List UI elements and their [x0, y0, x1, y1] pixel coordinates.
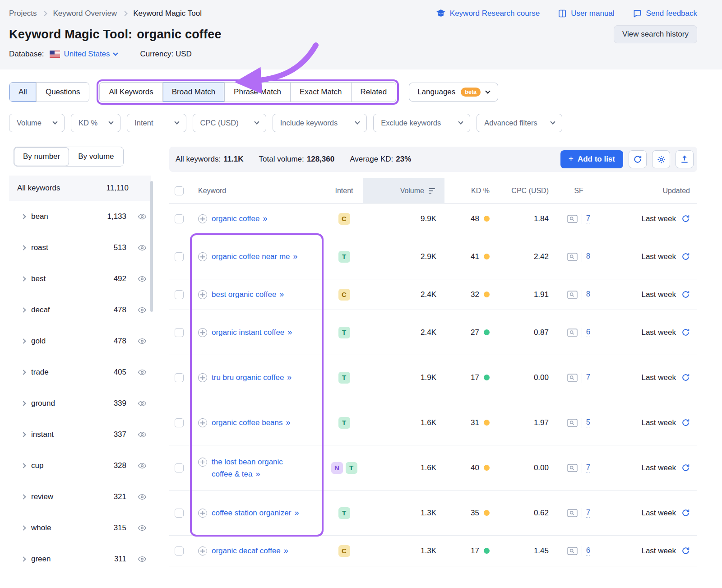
row-checkbox[interactable]: [175, 418, 184, 427]
tab-broad-match[interactable]: Broad Match: [162, 83, 224, 102]
add-keyword-icon[interactable]: [198, 546, 207, 556]
tab-related[interactable]: Related: [351, 83, 396, 102]
sidebar-group-item[interactable]: ground 339: [9, 388, 151, 419]
serp-preview-icon[interactable]: [567, 329, 578, 337]
tab-all-keywords[interactable]: All Keywords: [100, 83, 162, 102]
row-checkbox[interactable]: [175, 463, 184, 472]
serp-preview-icon[interactable]: [567, 374, 578, 382]
database-select[interactable]: United States: [64, 50, 117, 59]
serp-preview-icon[interactable]: [567, 464, 578, 472]
keyword-link[interactable]: coffee station organizer: [212, 509, 291, 517]
open-keyword-chevrons-icon[interactable]: »: [284, 546, 288, 555]
refresh-icon[interactable]: [681, 214, 690, 223]
open-keyword-chevrons-icon[interactable]: »: [286, 418, 290, 427]
add-keyword-icon[interactable]: [198, 328, 207, 337]
open-keyword-chevrons-icon[interactable]: »: [279, 290, 283, 299]
column-keyword[interactable]: Keyword: [192, 187, 325, 195]
sf-count[interactable]: 5: [586, 418, 590, 427]
sidebar-group-item[interactable]: trade 405: [9, 357, 151, 388]
expand-chevron-icon[interactable]: [21, 401, 26, 406]
column-intent[interactable]: Intent: [325, 187, 363, 195]
eye-icon[interactable]: [138, 493, 147, 500]
sidebar-group-item[interactable]: gold 478: [9, 325, 151, 357]
sf-count[interactable]: 7: [586, 214, 590, 223]
row-checkbox[interactable]: [175, 214, 184, 223]
tab-questions[interactable]: Questions: [36, 83, 89, 102]
sf-count[interactable]: 7: [586, 373, 590, 382]
kd-filter-dropdown[interactable]: KD %: [71, 114, 120, 132]
row-checkbox[interactable]: [175, 328, 184, 337]
row-checkbox[interactable]: [175, 373, 184, 382]
keyword-link[interactable]: the lost bean organic coffee & tea: [212, 458, 283, 478]
intent-filter-dropdown[interactable]: Intent: [127, 114, 186, 132]
languages-dropdown[interactable]: Languages beta: [409, 83, 498, 102]
eye-icon[interactable]: [138, 213, 147, 220]
tab-exact-match[interactable]: Exact Match: [290, 83, 351, 102]
refresh-button[interactable]: [629, 150, 647, 168]
add-keyword-icon[interactable]: [198, 458, 207, 467]
keyword-link[interactable]: organic decaf coffee: [212, 546, 281, 555]
refresh-icon[interactable]: [681, 509, 690, 517]
row-checkbox[interactable]: [175, 290, 184, 299]
expand-chevron-icon[interactable]: [21, 276, 26, 281]
expand-chevron-icon[interactable]: [21, 307, 26, 312]
refresh-icon[interactable]: [681, 373, 690, 382]
refresh-icon[interactable]: [681, 418, 690, 427]
keyword-link[interactable]: organic coffee: [212, 214, 259, 223]
toggle-by-volume[interactable]: By volume: [69, 147, 123, 166]
eye-icon[interactable]: [138, 400, 147, 407]
sidebar-group-item[interactable]: instant 337: [9, 419, 151, 450]
row-checkbox[interactable]: [175, 509, 184, 518]
expand-chevron-icon[interactable]: [21, 432, 26, 437]
keyword-link[interactable]: organic instant coffee: [212, 328, 284, 337]
open-keyword-chevrons-icon[interactable]: »: [294, 508, 298, 517]
column-volume[interactable]: Volume: [363, 178, 444, 203]
add-keyword-icon[interactable]: [198, 509, 207, 518]
sidebar-group-item[interactable]: cup 328: [9, 450, 151, 481]
serp-preview-icon[interactable]: [567, 547, 578, 555]
column-updated[interactable]: Updated: [602, 187, 697, 195]
add-keyword-icon[interactable]: [198, 418, 207, 427]
keyword-link[interactable]: organic coffee near me: [212, 252, 290, 261]
expand-chevron-icon[interactable]: [21, 245, 26, 250]
expand-chevron-icon[interactable]: [21, 556, 26, 561]
settings-button[interactable]: [652, 150, 670, 168]
eye-icon[interactable]: [138, 244, 147, 251]
sidebar-group-item[interactable]: bean 1,133: [9, 201, 151, 232]
sf-count[interactable]: 7: [586, 508, 590, 518]
sidebar-group-item[interactable]: review 321: [9, 481, 151, 512]
refresh-icon[interactable]: [681, 290, 690, 299]
keyword-link[interactable]: organic coffee beans: [212, 418, 283, 427]
sf-count[interactable]: 8: [586, 252, 590, 261]
volume-filter-dropdown[interactable]: Volume: [9, 114, 65, 132]
add-keyword-icon[interactable]: [198, 290, 207, 299]
cpc-filter-dropdown[interactable]: CPC (USD): [193, 114, 266, 132]
open-keyword-chevrons-icon[interactable]: »: [287, 373, 291, 382]
eye-icon[interactable]: [138, 462, 147, 469]
link-send-feedback[interactable]: Send feedback: [633, 9, 697, 18]
eye-icon[interactable]: [138, 524, 147, 532]
eye-icon[interactable]: [138, 338, 147, 345]
column-cpc[interactable]: CPC (USD): [494, 187, 555, 195]
select-all-checkbox[interactable]: [175, 186, 184, 195]
breadcrumb-projects[interactable]: Projects: [9, 9, 37, 18]
sidebar-all-keywords[interactable]: All keywords 11,110: [9, 176, 151, 201]
column-sf[interactable]: SF: [555, 187, 602, 195]
serp-preview-icon[interactable]: [567, 291, 578, 299]
export-button[interactable]: [676, 150, 694, 168]
open-keyword-chevrons-icon[interactable]: »: [293, 252, 297, 261]
toggle-by-number[interactable]: By number: [14, 147, 69, 166]
view-search-history-button[interactable]: View search history: [614, 25, 697, 43]
link-user-manual[interactable]: User manual: [558, 9, 614, 18]
sf-count[interactable]: 8: [586, 290, 590, 299]
expand-chevron-icon[interactable]: [21, 370, 26, 375]
sidebar-group-item[interactable]: decaf 478: [9, 294, 151, 325]
sidebar-group-item[interactable]: green 311: [9, 543, 151, 574]
eye-icon[interactable]: [138, 275, 147, 282]
refresh-icon[interactable]: [681, 463, 690, 472]
tab-phrase-match[interactable]: Phrase Match: [224, 83, 290, 102]
expand-chevron-icon[interactable]: [21, 525, 26, 530]
row-checkbox[interactable]: [175, 546, 184, 556]
serp-preview-icon[interactable]: [567, 215, 578, 223]
serp-preview-icon[interactable]: [567, 509, 578, 517]
